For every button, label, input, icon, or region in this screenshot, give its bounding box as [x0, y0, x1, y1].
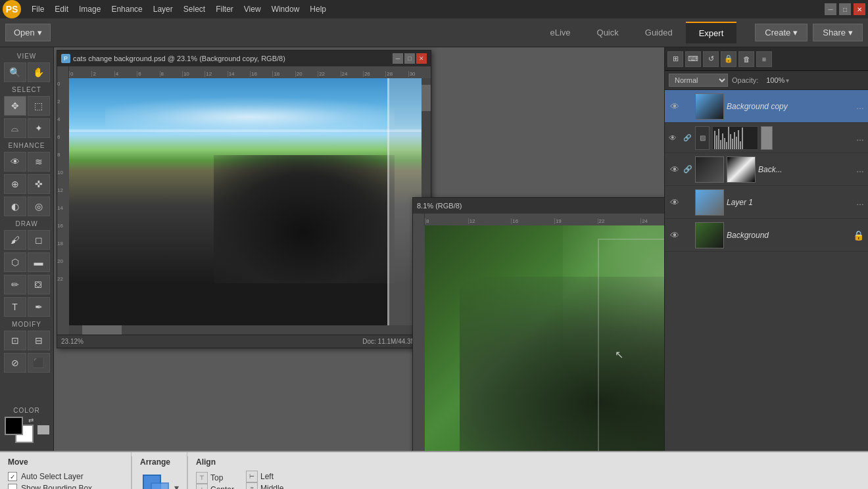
adj-more[interactable]: … — [856, 133, 864, 143]
eyedropper-tool[interactable]: ✏ — [4, 275, 26, 294]
create-button[interactable]: Create ▾ — [755, 24, 808, 41]
doc1-minimize[interactable]: ─ — [393, 53, 403, 64]
menu-view[interactable]: View — [239, 2, 266, 16]
menu-enhance[interactable]: Enhance — [106, 2, 147, 16]
menu-layer[interactable]: Layer — [148, 2, 178, 16]
doc1-close[interactable]: ✕ — [416, 53, 427, 64]
sharpen-tool[interactable]: ◎ — [28, 197, 50, 216]
layer-vis-l1[interactable]: 👁 — [669, 197, 681, 208]
opacity-dropdown[interactable]: ▾ — [786, 77, 789, 84]
ctx-align-section: Align ⊤ Top ⊥ Center ⊣ Bottom ⊢ Le — [188, 452, 291, 489]
doc1-ruler-h: 0 2 4 6 8 10 12 14 16 18 20 22 24 26 — [57, 66, 431, 78]
layer-thumb-bgcopy — [695, 93, 724, 120]
blur-tool[interactable]: ◐ — [4, 197, 26, 216]
layer-back-mask[interactable]: 👁 🔗 Back... … — [665, 153, 868, 186]
menu-image[interactable]: Image — [74, 2, 106, 16]
tab-elive[interactable]: eLive — [537, 22, 583, 43]
doc2-canvas[interactable]: ↖ — [425, 225, 664, 451]
adj-vis[interactable]: 👁 — [669, 133, 681, 143]
tab-quick[interactable]: Quick — [584, 22, 632, 43]
doc2-ruler-canvas: 8 12 16 19 22 24 26 29 — [425, 214, 664, 225]
bounding-box-checkbox[interactable] — [8, 484, 17, 489]
align-middle-btn[interactable]: ≡ Middle — [246, 482, 283, 489]
crop-tool[interactable]: ⊡ — [4, 331, 26, 350]
layer-thumb-l1 — [695, 189, 724, 216]
hand-tool[interactable]: ✋ — [28, 62, 50, 82]
arrange-icon-container[interactable] — [140, 472, 172, 489]
window-controls: ─ □ ✕ — [825, 3, 865, 15]
pencil-tool[interactable]: ✒ — [28, 297, 50, 317]
draw-tools-3: ✏ ⛋ — [1, 275, 52, 294]
magic-tool[interactable]: ✦ — [28, 118, 50, 138]
panel-btn-4[interactable]: 🔒 — [721, 51, 736, 67]
panel-btn-1[interactable]: ⊞ — [667, 51, 683, 67]
menu-help[interactable]: Help — [304, 2, 331, 16]
color-swatches[interactable]: ⇄ — [5, 417, 34, 443]
align-top-btn[interactable]: ⊤ Top — [196, 472, 235, 484]
layer-vis-back[interactable]: 👁 — [669, 164, 681, 175]
zoom-tool[interactable]: 🔍 — [4, 62, 26, 82]
share-button[interactable]: Share ▾ — [813, 24, 863, 41]
tab-expert[interactable]: Expert — [686, 22, 737, 43]
tab-guided[interactable]: Guided — [632, 22, 686, 43]
layer-vis-bgcopy[interactable]: 👁 — [669, 101, 681, 112]
align-center-btn[interactable]: ⊥ Center — [196, 484, 235, 489]
doc1-ruler-v: 0 2 4 6 8 10 12 14 16 18 20 22 — [57, 78, 69, 335]
panel-btn-2[interactable]: ⌨ — [685, 51, 701, 67]
layer-more-back[interactable]: … — [856, 165, 864, 174]
layer-info-l1: Layer 1 — [727, 198, 854, 207]
layer-layer1[interactable]: 👁 Layer 1 … — [665, 186, 868, 219]
layer-background-copy[interactable]: 👁 Background copy … — [665, 90, 868, 123]
window-minimize[interactable]: ─ — [825, 3, 836, 15]
layer-vis-bg[interactable]: 👁 — [669, 230, 681, 241]
straighten-tool[interactable]: ⊘ — [4, 353, 26, 373]
text-tool[interactable]: T — [4, 297, 26, 317]
custom-shape[interactable]: ⛋ — [28, 275, 50, 294]
eye-tool[interactable]: 👁 — [4, 152, 26, 172]
doc1-info: Doc: 11.1M/44.3M — [362, 338, 416, 345]
menu-filter[interactable]: Filter — [210, 2, 239, 16]
blend-mode-select[interactable]: Normal — [669, 74, 728, 87]
layer-more-l1[interactable]: … — [856, 198, 864, 207]
auto-select-checkbox[interactable]: ✓ — [8, 472, 17, 481]
gradient-tool[interactable]: ▬ — [28, 252, 50, 272]
doc1-scroll-h[interactable] — [69, 325, 422, 335]
lasso-tool[interactable]: ⌓ — [4, 118, 26, 138]
align-top-icon: ⊤ — [196, 472, 208, 484]
modify-section-label: MODIFY — [1, 318, 52, 329]
content-move[interactable]: ⬛ — [28, 353, 50, 373]
panel-btn-6[interactable]: ≡ — [756, 51, 772, 67]
paint-bucket[interactable]: ⬡ — [4, 252, 26, 272]
brush-tool[interactable]: 🖌 — [4, 230, 26, 250]
window-maximize[interactable]: □ — [839, 3, 851, 15]
eraser-tool[interactable]: ◻ — [28, 230, 50, 250]
menu-select[interactable]: Select — [178, 2, 210, 16]
doc1-canvas[interactable] — [69, 78, 431, 335]
arrange-dropdown-icon[interactable]: ▾ — [174, 482, 179, 489]
align-left-btn[interactable]: ⊢ Left — [246, 471, 283, 482]
color-area: COLOR ⇄ — [1, 402, 52, 448]
swap-colors-icon[interactable]: ⇄ — [28, 417, 34, 424]
healing-tool[interactable]: ✜ — [28, 174, 50, 194]
marquee-tool[interactable]: ⬚ — [28, 96, 50, 116]
set-default-colors[interactable] — [37, 425, 49, 434]
layer-thumb-bg — [695, 222, 724, 248]
panel-btn-3[interactable]: ↺ — [703, 51, 719, 67]
recompose-tool[interactable]: ⊟ — [28, 331, 50, 350]
menu-file[interactable]: File — [26, 2, 49, 16]
clone-tool[interactable]: ⊕ — [4, 174, 26, 194]
smudge-tool[interactable]: ≋ — [28, 152, 50, 172]
layer-more-bgcopy[interactable]: … — [856, 102, 864, 111]
menu-window[interactable]: Window — [266, 2, 305, 16]
layer-adjustment-row[interactable]: 👁 🔗 ▨ … — [665, 123, 868, 153]
menu-edit[interactable]: Edit — [49, 2, 74, 16]
doc1-maximize[interactable]: □ — [404, 53, 415, 64]
move-tool[interactable]: ✥ — [4, 96, 26, 116]
layer-name-back: Back... — [758, 165, 854, 174]
panel-btn-5[interactable]: 🗑 — [738, 51, 754, 67]
layer-background[interactable]: 👁 Background 🔒 — [665, 219, 868, 252]
open-button[interactable]: Open ▾ — [5, 24, 51, 41]
auto-select-label: Auto Select Layer — [21, 472, 84, 481]
window-close[interactable]: ✕ — [854, 3, 865, 15]
foreground-color[interactable] — [5, 417, 23, 435]
